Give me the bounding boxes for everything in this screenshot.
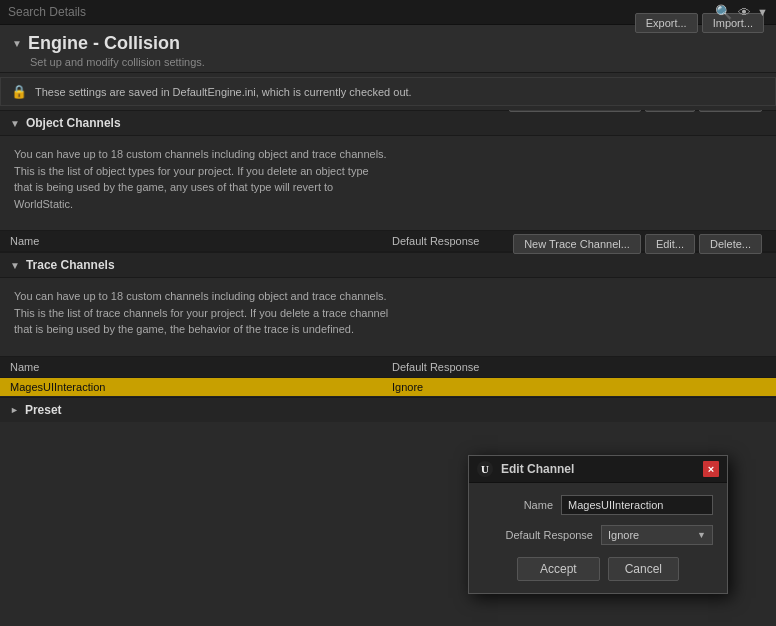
object-channels-label: Object Channels bbox=[26, 116, 121, 130]
trace-channels-delete-button[interactable]: Delete... bbox=[699, 234, 762, 254]
object-channels-edit-button[interactable]: Edit... bbox=[645, 110, 695, 112]
modal-title: Edit Channel bbox=[501, 462, 695, 476]
object-channels-desc: You can have up to 18 custom channels in… bbox=[14, 146, 762, 212]
trace-channels-table-header: Name Default Response bbox=[0, 356, 776, 378]
lock-icon: 🔒 bbox=[11, 84, 27, 99]
modal-response-field: Default Response Ignore ▼ bbox=[483, 525, 713, 545]
preset-expand-icon[interactable]: ► bbox=[10, 405, 19, 415]
trace-name-col-header: Name bbox=[10, 361, 384, 373]
trace-channels-label: Trace Channels bbox=[26, 258, 115, 272]
title-text: Engine - Collision bbox=[28, 33, 180, 54]
info-bar: 🔒 These settings are saved in DefaultEng… bbox=[0, 77, 776, 106]
edit-channel-modal: U Edit Channel × Name Default Response I… bbox=[468, 455, 728, 594]
new-trace-channel-button[interactable]: New Trace Channel... bbox=[513, 234, 641, 254]
trace-row-name: MagesUIInteraction bbox=[10, 381, 384, 393]
modal-close-button[interactable]: × bbox=[703, 461, 719, 477]
object-channels-actions: New Object Channel... Edit... Delete... bbox=[509, 110, 762, 112]
page-title: ▼ Engine - Collision bbox=[12, 33, 764, 54]
trace-channels-edit-button[interactable]: Edit... bbox=[645, 234, 695, 254]
trace-channels-body: New Trace Channel... Edit... Delete... Y… bbox=[0, 278, 776, 356]
preset-label: Preset bbox=[25, 403, 62, 417]
dropdown-arrow-icon[interactable]: ▼ bbox=[757, 6, 768, 18]
trace-channels-actions: New Trace Channel... Edit... Delete... bbox=[513, 234, 762, 254]
search-input[interactable] bbox=[8, 5, 709, 19]
object-channels-header: ▼ Object Channels bbox=[0, 110, 776, 136]
modal-response-label: Default Response bbox=[483, 529, 593, 541]
modal-name-label: Name bbox=[483, 499, 553, 511]
svg-text:U: U bbox=[481, 463, 489, 475]
info-text: These settings are saved in DefaultEngin… bbox=[35, 86, 412, 98]
object-name-col-header: Name bbox=[10, 235, 384, 247]
modal-body: Name Default Response Ignore ▼ Accept Ca… bbox=[469, 483, 727, 593]
object-channels-delete-button[interactable]: Delete... bbox=[699, 110, 762, 112]
object-channels-collapse-icon[interactable]: ▼ bbox=[10, 118, 20, 129]
trace-channels-desc: You can have up to 18 custom channels in… bbox=[14, 288, 762, 338]
trace-response-col-header: Default Response bbox=[384, 361, 766, 373]
object-channels-body: New Object Channel... Edit... Delete... … bbox=[0, 136, 776, 230]
collapse-icon[interactable]: ▼ bbox=[12, 38, 22, 49]
import-button[interactable]: Import... bbox=[702, 13, 764, 33]
modal-cancel-button[interactable]: Cancel bbox=[608, 557, 679, 581]
trace-channels-header: ▼ Trace Channels bbox=[0, 252, 776, 278]
preset-section: ► Preset bbox=[0, 397, 776, 422]
modal-select-arrow-icon: ▼ bbox=[697, 530, 706, 540]
modal-response-value: Ignore bbox=[608, 529, 639, 541]
header-subtitle: Set up and modify collision settings. bbox=[30, 56, 764, 68]
modal-accept-button[interactable]: Accept bbox=[517, 557, 600, 581]
eye-icon[interactable]: 👁 bbox=[738, 5, 751, 20]
header-section: Export... Import... ▼ Engine - Collision… bbox=[0, 25, 776, 73]
trace-row-response: Ignore bbox=[384, 381, 766, 393]
modal-name-field: Name bbox=[483, 495, 713, 515]
new-object-channel-button[interactable]: New Object Channel... bbox=[509, 110, 641, 112]
modal-response-select[interactable]: Ignore ▼ bbox=[601, 525, 713, 545]
ue-logo: U bbox=[477, 461, 493, 477]
modal-name-input[interactable] bbox=[561, 495, 713, 515]
search-icon[interactable]: 🔍 bbox=[715, 4, 732, 20]
modal-buttons: Accept Cancel bbox=[483, 557, 713, 581]
trace-channel-row[interactable]: MagesUIInteraction Ignore bbox=[0, 378, 776, 397]
modal-titlebar: U Edit Channel × bbox=[469, 456, 727, 483]
trace-channels-collapse-icon[interactable]: ▼ bbox=[10, 260, 20, 271]
